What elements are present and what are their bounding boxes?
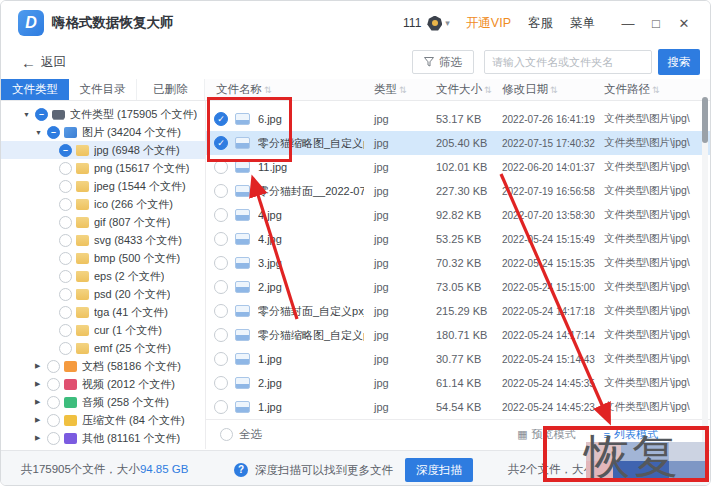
list-mode-button[interactable]: ≡ 列表模式 <box>604 427 658 442</box>
tree-checkbox[interactable] <box>59 234 72 247</box>
column-header-path[interactable]: 文件路径⇅ <box>594 82 710 97</box>
table-row[interactable]: 1.jpgjpg30.77 KB2022-05-24 15:14:43文件类型\… <box>206 347 710 371</box>
tree-checkbox[interactable] <box>59 162 72 175</box>
preview-mode-button[interactable]: ▦ 预览模式 <box>517 427 575 442</box>
sidebar-item-audio[interactable]: ▶音频 (258 个文件) <box>1 393 205 411</box>
table-row[interactable]: 零分猫封面__2022-07-19...jpg227.30 KB2022-07-… <box>206 179 710 203</box>
sidebar-item-docs[interactable]: ▶文档 (58186 个文件) <box>1 357 205 375</box>
tree-checkbox[interactable] <box>59 342 72 355</box>
tree-checkbox[interactable] <box>47 360 60 373</box>
help-icon[interactable]: ? <box>234 463 248 477</box>
chevron-down-icon[interactable]: ▼ <box>35 129 47 136</box>
chevron-right-icon[interactable]: ▶ <box>35 398 47 406</box>
tree-checkbox[interactable] <box>47 414 60 427</box>
vip-badge-icon[interactable] <box>427 16 442 31</box>
table-row[interactable]: ✓零分猫缩略图_自定义px_2...jpg205.40 KB2022-07-15… <box>206 131 710 155</box>
tree-checkbox[interactable] <box>59 306 72 319</box>
table-row[interactable]: 11.jpgjpg102.01 KB2022-06-20 14:01:37文件类… <box>206 155 710 179</box>
tree-checkbox[interactable]: – <box>35 108 48 121</box>
sidebar-item-video[interactable]: ▶视频 (2012 个文件) <box>1 375 205 393</box>
tree-checkbox[interactable] <box>59 288 72 301</box>
table-row[interactable]: 2.jpgjpg61.14 KB2022-05-24 14:45:35文件类型\… <box>206 371 710 395</box>
sidebar-item-gif[interactable]: gif (807 个文件) <box>1 213 205 231</box>
tree-checkbox[interactable] <box>59 270 72 283</box>
tree-checkbox[interactable]: – <box>47 126 60 139</box>
sidebar-item-bmp[interactable]: bmp (500 个文件) <box>1 249 205 267</box>
sidebar-item-emf[interactable]: emf (25 个文件) <box>1 339 205 357</box>
table-row[interactable]: 2.jpgjpg73.05 KB2022-05-24 15:15:00文件类型\… <box>206 275 710 299</box>
tree-checkbox[interactable]: – <box>59 144 72 157</box>
sidebar-item-jpeg[interactable]: jpeg (1544 个文件) <box>1 177 205 195</box>
column-header-size[interactable]: 文件大小⇅ <box>426 82 492 97</box>
sidebar-item-jpg[interactable]: –jpg (6948 个文件) <box>1 141 205 159</box>
sidebar-item-other[interactable]: ▶其他 (81161 个文件) <box>1 429 205 447</box>
scrollbar-thumb[interactable] <box>702 97 708 143</box>
sidebar-item-file-type-root[interactable]: ▼–文件类型 (175905 个文件) <box>1 105 205 123</box>
chevron-down-icon[interactable]: ▾ <box>445 18 450 28</box>
tree-checkbox[interactable] <box>59 180 72 193</box>
scrollbar-track[interactable] <box>702 101 708 449</box>
row-checkbox[interactable] <box>214 160 228 174</box>
close-button[interactable]: ✕ <box>672 16 696 31</box>
account-name[interactable]: 111 <box>403 16 421 30</box>
search-input[interactable] <box>484 50 652 74</box>
tab-deleted[interactable]: 已删除 <box>137 79 205 100</box>
table-row[interactable]: 3.jpgjpg70.32 KB2022-05-24 15:15:35文件类型\… <box>206 251 710 275</box>
tree-checkbox[interactable] <box>59 216 72 229</box>
tab-file-directory[interactable]: 文件目录 <box>69 79 137 100</box>
row-checkbox[interactable] <box>214 352 228 366</box>
table-row[interactable]: 4.jpgjpg53.25 KB2022-05-24 15:15:49文件类型\… <box>206 227 710 251</box>
maximize-button[interactable]: □ <box>644 16 668 31</box>
customer-service-button[interactable]: 客服 <box>528 15 553 32</box>
chevron-right-icon[interactable]: ▶ <box>35 362 47 370</box>
row-checkbox[interactable] <box>214 400 228 414</box>
tab-file-type[interactable]: 文件类型 <box>1 79 69 100</box>
back-button[interactable]: ← 返回 <box>21 54 66 71</box>
tree-checkbox[interactable] <box>47 378 60 391</box>
row-checkbox[interactable] <box>214 376 228 390</box>
column-header-date[interactable]: 修改日期⇅ <box>492 82 594 97</box>
file-path: 文件类型\图片\jpg\ <box>594 112 710 126</box>
filter-button[interactable]: 筛选 <box>412 50 474 74</box>
search-button[interactable]: 搜索 <box>658 49 700 75</box>
sidebar-item-eps[interactable]: eps (2 个文件) <box>1 267 205 285</box>
column-header-type[interactable]: 类型⇅ <box>364 82 426 97</box>
tree-checkbox[interactable] <box>59 252 72 265</box>
sidebar-item-svg[interactable]: svg (8433 个文件) <box>1 231 205 249</box>
row-checkbox[interactable] <box>214 280 228 294</box>
table-row[interactable]: 1.jpgjpg54.54 KB2022-05-24 14:45:23文件类型\… <box>206 395 710 419</box>
chevron-right-icon[interactable]: ▶ <box>35 380 47 388</box>
open-vip-button[interactable]: 开通VIP <box>466 15 511 32</box>
tree-checkbox[interactable] <box>47 432 60 445</box>
sidebar-item-tga[interactable]: tga (41 个文件) <box>1 303 205 321</box>
chevron-right-icon[interactable]: ▶ <box>35 434 47 442</box>
column-header-name[interactable]: 文件名称⇅ <box>206 82 364 97</box>
table-row[interactable]: 零分猫缩略图_自定义px_2...jpg180.71 KB2022-05-24 … <box>206 323 710 347</box>
table-row[interactable]: 4.jpgjpg92.82 KB2022-07-20 13:58:30文件类型\… <box>206 203 710 227</box>
sidebar-item-png[interactable]: png (15617 个文件) <box>1 159 205 177</box>
table-row[interactable]: 零分猫封面_自定义px_202...jpg215.29 KB2022-05-24… <box>206 299 710 323</box>
row-checkbox[interactable]: ✓ <box>214 136 228 150</box>
minimize-button[interactable]: — <box>616 16 640 31</box>
select-all-checkbox[interactable] <box>220 428 233 441</box>
sidebar-item-images[interactable]: ▼–图片 (34204 个文件) <box>1 123 205 141</box>
row-checkbox[interactable] <box>214 256 228 270</box>
sidebar-item-psd[interactable]: psd (20 个文件) <box>1 285 205 303</box>
menu-button[interactable]: 菜单 <box>570 15 595 32</box>
chevron-down-icon[interactable]: ▼ <box>23 111 35 118</box>
chevron-right-icon[interactable]: ▶ <box>35 416 47 424</box>
sidebar-item-archive[interactable]: ▶压缩文件 (84 个文件) <box>1 411 205 429</box>
table-row[interactable]: ✓6.jpgjpg53.17 KB2022-07-26 16:41:19文件类型… <box>206 107 710 131</box>
row-checkbox[interactable] <box>214 232 228 246</box>
tree-checkbox[interactable] <box>59 324 72 337</box>
row-checkbox[interactable]: ✓ <box>214 112 228 126</box>
deep-scan-button[interactable]: 深度扫描 <box>405 458 473 482</box>
sidebar-item-ico[interactable]: ico (266 个文件) <box>1 195 205 213</box>
sidebar-item-cur[interactable]: cur (1 个文件) <box>1 321 205 339</box>
tree-checkbox[interactable] <box>59 198 72 211</box>
row-checkbox[interactable] <box>214 304 228 318</box>
tree-checkbox[interactable] <box>47 396 60 409</box>
row-checkbox[interactable] <box>214 208 228 222</box>
row-checkbox[interactable] <box>214 184 228 198</box>
row-checkbox[interactable] <box>214 328 228 342</box>
